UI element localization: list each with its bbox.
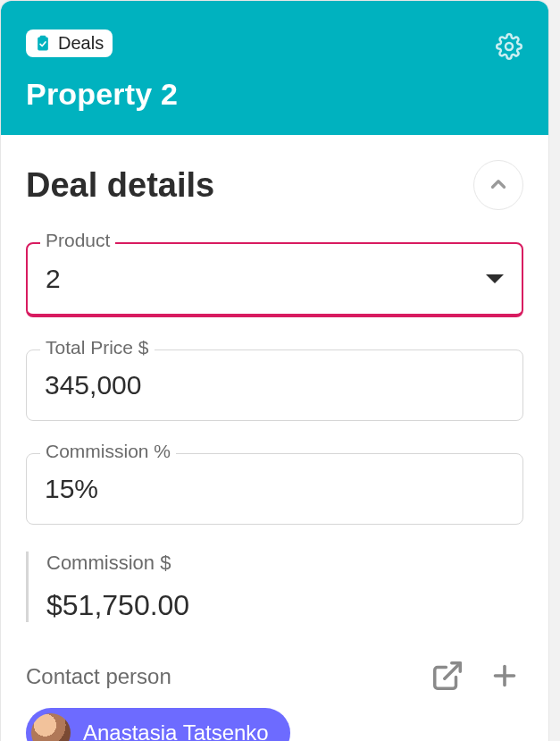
page-title: Property 2 — [26, 77, 523, 112]
product-dropdown[interactable]: 2 — [26, 242, 523, 317]
chevron-up-icon — [487, 173, 510, 198]
commission-pct-value: 15% — [45, 474, 98, 504]
add-contact-button[interactable] — [486, 658, 523, 695]
total-price-field: Total Price $ 345,000 — [26, 349, 523, 421]
field-label: Commission % — [40, 441, 176, 462]
field-label: Total Price $ — [40, 337, 155, 358]
field-label: Product — [40, 230, 115, 251]
open-contact-button[interactable] — [429, 658, 466, 695]
panel-header: Deals Property 2 — [1, 1, 548, 135]
contact-person-label: Contact person — [26, 664, 171, 689]
contact-person-name: Anastasia Tatsenko — [83, 720, 269, 741]
deals-badge[interactable]: Deals — [26, 29, 113, 57]
plus-icon — [489, 660, 521, 695]
badge-label: Deals — [58, 33, 104, 54]
avatar — [31, 713, 71, 741]
commission-pct-input[interactable]: 15% — [26, 453, 523, 525]
field-label: Commission $ — [46, 552, 523, 575]
svg-line-3 — [445, 662, 460, 678]
product-field: Product 2 — [26, 242, 523, 317]
deal-panel: Deals Property 2 Deal details — [0, 0, 549, 741]
section-title: Deal details — [26, 166, 214, 205]
commission-pct-field: Commission % 15% — [26, 453, 523, 525]
contact-person-chip[interactable]: Anastasia Tatsenko — [26, 708, 290, 741]
total-price-value: 345,000 — [45, 370, 141, 400]
product-value: 2 — [46, 264, 61, 294]
external-link-icon — [430, 659, 464, 695]
contact-actions — [429, 658, 523, 695]
svg-point-2 — [506, 43, 513, 50]
panel-body: Deal details Product 2 Total Price $ 345… — [1, 135, 548, 741]
caret-down-icon — [486, 274, 504, 283]
svg-rect-1 — [40, 35, 46, 38]
contact-person-row: Contact person — [26, 658, 523, 695]
total-price-input[interactable]: 345,000 — [26, 349, 523, 421]
section-header: Deal details — [26, 160, 523, 210]
settings-button[interactable] — [495, 33, 523, 62]
commission-amt-field: Commission $ $51,750.00 — [26, 552, 523, 622]
collapse-button[interactable] — [473, 160, 523, 210]
commission-amt-value: $51,750.00 — [46, 589, 523, 622]
gear-icon — [496, 33, 522, 63]
clipboard-check-icon — [33, 34, 53, 54]
